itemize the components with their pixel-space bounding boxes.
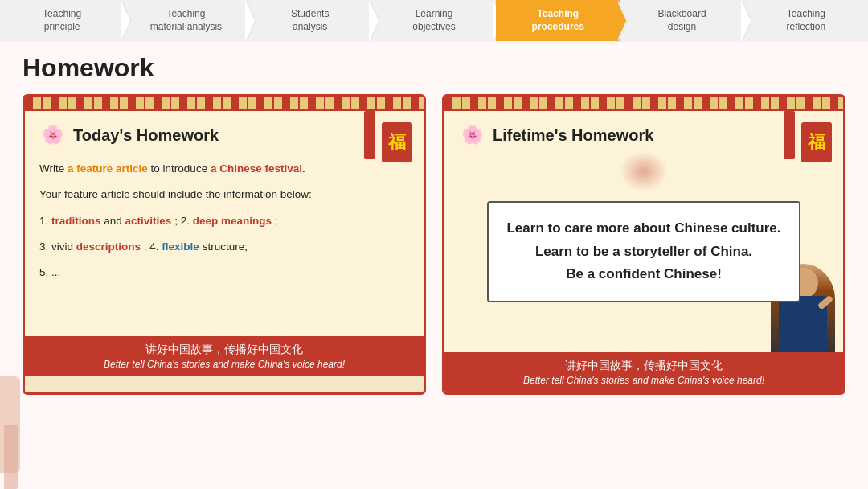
knot-decoration-right <box>784 111 795 159</box>
nav-students-analysis[interactable]: Students analysis <box>248 0 372 41</box>
lifetime-line1: Learn to care more about Chinese culture… <box>506 217 780 240</box>
card-line1: Write a feature article to introduce a C… <box>39 159 409 179</box>
footer-en-right: Better tell China's stories and make Chi… <box>452 375 835 386</box>
card-item5: 5. ... <box>39 263 409 282</box>
card-border-top-right <box>444 97 843 111</box>
card-footer-right: 讲好中国故事，传播好中国文化 Better tell China's stori… <box>444 352 843 392</box>
card-footer-left: 讲好中国故事，传播好中国文化 Better tell China's stori… <box>25 336 424 376</box>
nav-teaching-procedures[interactable]: Teaching procedures <box>496 0 620 41</box>
page-title: Homework <box>23 53 845 83</box>
lifetime-text-box: Learn to care more about Chinese culture… <box>487 201 800 303</box>
card-body-left: Write a feature article to introduce a C… <box>39 159 409 282</box>
traditions-text: traditions <box>51 215 101 227</box>
deep-meanings-text: deep meanings <box>193 215 272 227</box>
footer-en-left: Better tell China's stories and make Chi… <box>33 359 416 370</box>
flower-icon-left: 🌸 <box>39 122 65 148</box>
nav-teaching-principle[interactable]: Teaching principle <box>0 0 124 41</box>
lifetime-line3: Be a confident Chinese! <box>506 263 780 286</box>
card-title-left: Today's Homework <box>73 126 219 145</box>
nav-blackboard-design[interactable]: Blackboard design <box>620 0 743 41</box>
descriptions-text: descriptions <box>76 240 141 253</box>
feature-article-text: a feature article <box>68 162 148 175</box>
lifetime-homework-card: 福 🌸 Lifetime's Homework Learn to care mo… <box>442 94 845 395</box>
footer-cn-left: 讲好中国故事，传播好中国文化 <box>33 343 416 357</box>
card-inner-left: 福 🌸 Today's Homework Write a feature art… <box>25 111 424 336</box>
card-border-top-left <box>25 97 424 111</box>
today-homework-card: 福 🌸 Today's Homework Write a feature art… <box>23 94 426 395</box>
card-title-right: Lifetime's Homework <box>493 126 653 145</box>
nav-teaching-reflection[interactable]: Teaching reflection <box>744 0 868 41</box>
card-inner-right: 福 🌸 Lifetime's Homework Learn to care mo… <box>444 111 843 352</box>
flexible-text: flexible <box>162 240 199 253</box>
bg-decoration-left2 <box>4 425 18 489</box>
cards-row: 福 🌸 Today's Homework Write a feature art… <box>23 94 845 395</box>
chinese-festival-text: a Chinese festival. <box>211 162 305 175</box>
fu-decoration-left: 福 <box>382 122 412 162</box>
card-line2: Your feature article should include the … <box>39 185 409 204</box>
nav-teaching-material[interactable]: Teaching material analysis <box>124 0 248 41</box>
nav-learning-objectives[interactable]: Learning objectives <box>372 0 496 41</box>
activities-text: activities <box>125 215 172 227</box>
card-header-left: 🌸 Today's Homework <box>39 122 409 148</box>
card-header-right: 🌸 Lifetime's Homework <box>459 122 829 148</box>
flower-icon-right: 🌸 <box>459 122 485 148</box>
card-item1: 1. traditions and activities ; 2. deep m… <box>39 212 409 231</box>
navigation-bar: Teaching principle Teaching material ana… <box>0 0 868 42</box>
lifetime-line2: Learn to be a storyteller of China. <box>506 240 780 264</box>
footer-cn-right: 讲好中国故事，传播好中国文化 <box>452 359 835 373</box>
main-content: Homework 福 🌸 Today's Homework <box>0 42 868 405</box>
card-item3: 3. vivid descriptions ; 4. flexible stru… <box>39 237 409 257</box>
knot-decoration-left <box>364 111 375 159</box>
fu-decoration-right: 福 <box>801 122 832 162</box>
